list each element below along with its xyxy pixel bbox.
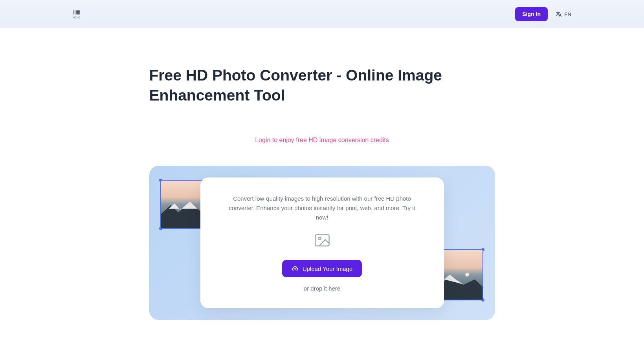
header: HDC Sign In EN bbox=[0, 0, 644, 28]
logo[interactable]: HDC bbox=[73, 10, 81, 19]
language-selector[interactable]: EN bbox=[556, 11, 571, 17]
header-right: Sign In EN bbox=[515, 7, 571, 21]
upload-panel: Convert low-quality images to high resol… bbox=[149, 166, 495, 320]
image-icon bbox=[314, 234, 330, 247]
cta-link-container: Login to enjoy free HD image conversion … bbox=[149, 137, 495, 144]
sign-in-button[interactable]: Sign In bbox=[515, 7, 548, 21]
drop-hint-text: or drop it here bbox=[222, 285, 422, 292]
page-title: Free HD Photo Converter - Online Image E… bbox=[149, 66, 495, 105]
logo-text: HDC bbox=[73, 16, 81, 19]
svg-rect-5 bbox=[315, 235, 329, 246]
language-code: EN bbox=[564, 11, 571, 17]
upload-button-label: Upload Your Image bbox=[303, 265, 353, 272]
translate-icon bbox=[556, 11, 562, 17]
upload-description: Convert low-quality images to high resol… bbox=[222, 194, 422, 222]
main-content: Free HD Photo Converter - Online Image E… bbox=[126, 28, 519, 342]
upload-button[interactable]: Upload Your Image bbox=[282, 260, 362, 277]
upload-card[interactable]: Convert low-quality images to high resol… bbox=[200, 177, 444, 308]
svg-point-6 bbox=[318, 237, 321, 240]
logo-icon bbox=[73, 10, 81, 15]
svg-point-4 bbox=[465, 273, 469, 276]
cloud-upload-icon bbox=[292, 265, 299, 272]
login-cta-link[interactable]: Login to enjoy free HD image conversion … bbox=[255, 137, 389, 143]
svg-marker-1 bbox=[169, 201, 197, 210]
